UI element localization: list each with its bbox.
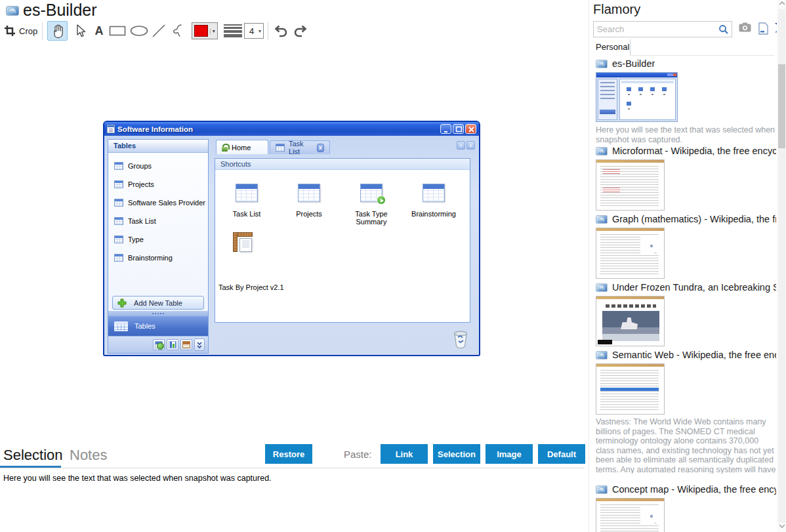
xp-tables-header: Tables	[108, 140, 208, 153]
ellipse-tool-button[interactable]	[129, 21, 150, 41]
snapshot-title[interactable]: es-Builder	[612, 58, 655, 69]
table-icon	[114, 199, 123, 207]
select-tool-button[interactable]	[71, 21, 91, 41]
xp-tab-home: Home	[216, 140, 268, 154]
xp-titlebar: Software Information	[104, 122, 479, 136]
scrollbar-thumb[interactable]	[778, 64, 785, 148]
stroke-width-dropdown-arrow[interactable]: ▾	[259, 28, 263, 34]
list-item-microformat[interactable]: Microformat - Wikipedia, the free encycl…	[596, 145, 776, 211]
search-icon[interactable]	[718, 24, 729, 35]
snapshot-thumbnail[interactable]	[596, 159, 665, 211]
redo-button[interactable]	[291, 21, 310, 41]
xp-tab-close-icon: x	[317, 144, 324, 152]
table-icon	[114, 235, 123, 243]
xp-splitter	[108, 311, 208, 316]
table-icon	[114, 254, 123, 262]
snapshot-thumbnail[interactable]	[596, 72, 678, 122]
freehand-tool-button[interactable]	[169, 21, 187, 41]
xp-table-item-groups: Groups	[108, 158, 208, 174]
search-input[interactable]	[597, 23, 712, 35]
paste-selection-button[interactable]: Selection	[433, 444, 480, 464]
xp-tab-task-list: Task List x	[270, 140, 330, 154]
ellipse-icon	[130, 25, 148, 37]
play-badge-icon	[377, 195, 386, 205]
table-icon	[114, 162, 123, 170]
tab-baseline	[630, 55, 774, 56]
color-dropdown-arrow[interactable]: ▾	[210, 28, 217, 34]
color-picker[interactable]: ▾	[192, 22, 218, 39]
snapshot-title[interactable]: Concept map - Wikipedia, the free encycl…	[612, 484, 776, 495]
table-icon	[298, 184, 320, 202]
snapshot-snippet: Here you will see the text that was sele…	[596, 125, 776, 145]
table-icon	[236, 184, 258, 202]
table-summary-icon	[360, 184, 383, 202]
sidebar-title: Flamory	[593, 2, 640, 17]
table-icon	[114, 180, 123, 188]
line-tool-button[interactable]	[150, 21, 168, 41]
page-icon[interactable]	[758, 22, 768, 37]
snapshot-title[interactable]: Under Frozen Tundra, an Icebreaking Ship…	[612, 282, 776, 293]
scroll-up-icon[interactable]	[778, 0, 785, 9]
paste-link-button[interactable]: Link	[381, 444, 428, 464]
color-swatch[interactable]	[194, 25, 208, 37]
shortcut-projects: Projects	[281, 159, 337, 202]
snapshot-icon	[596, 283, 608, 292]
xp-strip-chart-icon	[167, 339, 178, 350]
paste-image-button[interactable]: Image	[486, 444, 533, 464]
rectangle-tool-button[interactable]	[107, 21, 128, 41]
snapshot-icon	[596, 215, 608, 224]
snapshot-snippet: Vastness: The World Wide Web contains ma…	[596, 417, 776, 474]
tab-selection[interactable]: Selection	[3, 447, 63, 464]
table-icon	[276, 144, 285, 152]
xp-strip-chevron-icon	[194, 338, 205, 351]
stroke-width-value: 4	[245, 26, 259, 36]
list-item-graph[interactable]: Graph (mathematics) - Wikipedia, the fre…	[596, 213, 776, 279]
paste-default-button[interactable]: Default	[538, 444, 585, 464]
snapshot-icon	[596, 351, 608, 359]
undo-icon	[273, 24, 289, 38]
snapshot-title[interactable]: Microformat - Wikipedia, the free encycl…	[612, 146, 776, 156]
tab-personal[interactable]: Personal	[596, 42, 629, 52]
selection-text: Here you will see the text that was sele…	[3, 474, 272, 483]
tab-notes[interactable]: Notes	[70, 447, 107, 464]
shortcut-task-by-project: Task By Project v2.1	[218, 232, 275, 260]
list-item-semantic-web[interactable]: Semantic Web - Wikipedia, the free encyc…	[596, 349, 776, 474]
xp-nav-strip	[108, 336, 208, 353]
xp-table-item-type: Type	[108, 232, 208, 247]
shortcut-task-list: Task List	[218, 159, 275, 202]
scroll-down-icon[interactable]	[778, 523, 785, 532]
camera-icon[interactable]	[739, 22, 751, 35]
list-item-es-builder[interactable]: es-Builder Here you will see the text th…	[596, 58, 776, 145]
crop-button[interactable]: Crop	[4, 21, 37, 41]
xp-nav-tables: Tables	[108, 316, 208, 336]
snapshot-title[interactable]: Graph (mathematics) - Wikipedia, the fre…	[612, 214, 776, 224]
snapshot-title[interactable]: Semantic Web - Wikipedia, the free encyc…	[612, 350, 776, 360]
snapshot-thumbnail[interactable]	[596, 363, 665, 415]
crop-label: Crop	[19, 26, 37, 36]
sidebar-scrollbar[interactable]	[777, 0, 786, 532]
search-box[interactable]	[593, 21, 732, 37]
app-logo-icon	[6, 6, 19, 16]
undo-button[interactable]	[272, 21, 290, 41]
paste-label: Paste:	[344, 449, 372, 460]
list-item-concept-map[interactable]: Concept map - Wikipedia, the free encycl…	[596, 483, 776, 532]
redo-icon	[293, 24, 308, 38]
restore-button[interactable]: Restore	[265, 444, 312, 464]
xp-nav-forward: ›	[466, 141, 475, 150]
snapshot-canvas[interactable]: Software Information Tables Groups Proje…	[0, 42, 585, 440]
snapshot-thumbnail[interactable]	[596, 498, 665, 532]
snapshot-thumbnail[interactable]	[596, 228, 665, 279]
tab-divider	[630, 39, 631, 56]
xp-maximize-button	[453, 124, 464, 134]
hand-tool-button[interactable]	[47, 21, 68, 41]
text-tool-button[interactable]: A	[91, 21, 108, 41]
crop-icon	[4, 25, 16, 37]
line-width-icon[interactable]	[224, 21, 242, 41]
plus-icon	[117, 298, 127, 308]
table-icon	[423, 184, 445, 202]
list-item-tundra[interactable]: Under Frozen Tundra, an Icebreaking Ship…	[596, 281, 776, 346]
recycle-bin-icon	[452, 328, 469, 349]
stroke-width-select[interactable]: 4 ▾	[244, 23, 264, 39]
rectangle-icon	[109, 25, 126, 37]
snapshot-thumbnail[interactable]	[596, 296, 665, 346]
